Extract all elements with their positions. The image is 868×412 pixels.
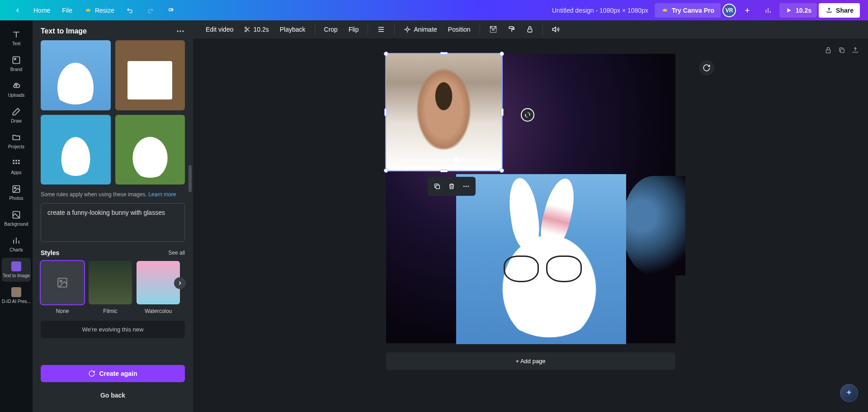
rail-text[interactable]: Text: [2, 26, 31, 50]
resize-handle[interactable]: [384, 168, 388, 173]
analytics-button[interactable]: [759, 4, 778, 17]
see-all-styles-link[interactable]: See all: [168, 250, 185, 256]
edit-video-button[interactable]: Edit video: [201, 23, 238, 36]
resize-handle[interactable]: [440, 52, 448, 55]
rail-uploads[interactable]: Uploads: [2, 77, 31, 101]
create-again-button[interactable]: Create again: [41, 365, 185, 382]
resize-handle[interactable]: [500, 52, 504, 56]
resize-handle[interactable]: [500, 168, 504, 173]
background-icon: [11, 210, 21, 220]
animate-button[interactable]: Animate: [399, 23, 441, 36]
style-none[interactable]: None: [41, 261, 84, 314]
panel-more-button[interactable]: [176, 27, 185, 36]
lock-page-button[interactable]: [824, 46, 833, 55]
scrollbar-thumb[interactable]: [189, 165, 192, 192]
go-back-button[interactable]: Go back: [41, 387, 185, 404]
duplicate-page-button[interactable]: [837, 46, 846, 55]
design-canvas[interactable]: [386, 54, 675, 343]
resize-handle[interactable]: [440, 170, 448, 172]
generated-image[interactable]: [115, 40, 185, 110]
selected-element[interactable]: [386, 54, 502, 170]
back-button[interactable]: [8, 4, 27, 17]
svg-rect-6: [15, 162, 17, 164]
play-preview-button[interactable]: 10.2s: [779, 3, 817, 18]
video-progress-slider[interactable]: [396, 159, 492, 161]
crop-button[interactable]: Crop: [320, 23, 342, 36]
svg-rect-3: [15, 160, 17, 161]
assistant-fab[interactable]: [840, 384, 858, 402]
generated-image[interactable]: [41, 40, 111, 110]
regenerate-button[interactable]: [699, 60, 714, 76]
rail-apps[interactable]: Apps: [2, 155, 31, 179]
rail-text-to-image[interactable]: Text to Image: [2, 258, 31, 282]
panel-scrollbar[interactable]: [189, 66, 192, 385]
play-time-label: 10.2s: [796, 7, 811, 14]
playback-button[interactable]: Playback: [275, 23, 310, 36]
resize-button[interactable]: Resize: [79, 4, 120, 17]
rail-charts[interactable]: Charts: [2, 232, 31, 256]
design-title[interactable]: Untitled design - 1080px × 1080px: [552, 7, 648, 14]
delete-button[interactable]: [445, 180, 458, 193]
svg-rect-23: [509, 27, 513, 28]
duration-label: 10.2s: [253, 26, 269, 33]
more-button[interactable]: [459, 180, 473, 193]
resize-handle[interactable]: [384, 108, 387, 116]
lock-button[interactable]: [522, 23, 538, 36]
style-filmic[interactable]: Filmic: [89, 261, 132, 314]
style-label: Filmic: [103, 308, 117, 314]
file-menu[interactable]: File: [57, 4, 78, 17]
transparency-button[interactable]: [485, 23, 502, 36]
scissors-icon: [244, 26, 250, 33]
rotate-handle[interactable]: [521, 108, 534, 122]
earth-image[interactable]: [622, 176, 685, 275]
generated-image[interactable]: [115, 115, 185, 185]
avatar[interactable]: VR: [722, 4, 736, 17]
slider-thumb[interactable]: [453, 157, 459, 163]
svg-rect-2: [13, 160, 14, 161]
try-pro-button[interactable]: Try Canva Pro: [655, 3, 721, 18]
svg-rect-24: [528, 29, 532, 32]
redo-button[interactable]: [141, 4, 160, 17]
rail-label: Charts: [9, 247, 23, 252]
rail-did[interactable]: D-ID AI Pres...: [2, 284, 31, 308]
style-watercolour[interactable]: Watercolou: [137, 261, 180, 314]
learn-more-link[interactable]: Learn more: [148, 191, 176, 198]
volume-button[interactable]: [547, 23, 565, 36]
undo-button[interactable]: [121, 4, 140, 17]
duration-button[interactable]: 10.2s: [240, 23, 273, 36]
copy-style-button[interactable]: [504, 23, 520, 36]
svg-rect-20: [490, 26, 492, 28]
rail-draw[interactable]: Draw: [2, 103, 31, 127]
separator: [368, 24, 368, 34]
flip-button[interactable]: Flip: [344, 23, 363, 36]
position-button[interactable]: Position: [443, 23, 475, 36]
rail-brand[interactable]: Brand: [2, 52, 31, 76]
sparkle-icon: [845, 389, 853, 397]
cloud-sync-button[interactable]: [160, 4, 179, 17]
rail-photos[interactable]: Photos: [2, 180, 31, 204]
sparkle-icon: [404, 26, 411, 33]
svg-point-18: [406, 28, 409, 30]
rail-projects[interactable]: Projects: [2, 129, 31, 153]
resize-handle[interactable]: [384, 52, 388, 56]
generated-image[interactable]: [41, 115, 111, 185]
svg-rect-0: [13, 57, 20, 64]
list-button[interactable]: [373, 23, 390, 36]
duplicate-button[interactable]: [430, 180, 444, 193]
export-page-button[interactable]: [851, 46, 860, 55]
add-page-button[interactable]: + Add page: [386, 352, 675, 370]
plus-icon: [743, 6, 751, 14]
style-thumb: [137, 261, 180, 304]
svg-rect-22: [492, 28, 494, 31]
transparency-icon: [489, 25, 497, 33]
rail-background[interactable]: Background: [2, 206, 31, 230]
prompt-input[interactable]: create a funny-looking bunny with glasse…: [41, 203, 185, 242]
canvas-stage[interactable]: + Add page: [193, 38, 868, 412]
cloud-upload-icon: [11, 81, 21, 91]
share-button[interactable]: Share: [819, 3, 860, 18]
home-button[interactable]: Home: [28, 4, 56, 17]
styles-next-button[interactable]: [174, 277, 186, 289]
bunny-image[interactable]: [456, 174, 626, 344]
add-member-button[interactable]: [738, 4, 757, 17]
resize-handle[interactable]: [501, 108, 504, 116]
